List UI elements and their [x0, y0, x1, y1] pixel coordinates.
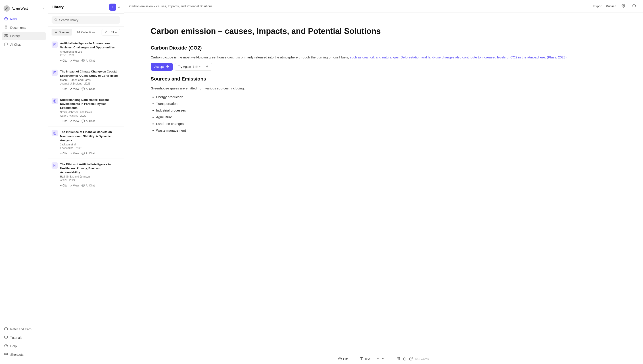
main-content: Carbon emission – causes, Impacts, and P… — [124, 0, 643, 364]
view-arrow-icon: ↗ — [70, 59, 72, 62]
view-button[interactable]: ↗ View — [70, 152, 79, 155]
sidebar-item-library-label: Library — [10, 34, 20, 38]
accept-arrow-icon — [166, 65, 169, 69]
sidebar-item-tutorials[interactable]: Tutorials — [2, 334, 46, 342]
view-button[interactable]: ↗ View — [70, 88, 79, 90]
doc-icon — [52, 98, 58, 104]
text-style-toggle[interactable] — [376, 357, 386, 361]
library-title: Library — [52, 5, 64, 9]
gear-icon — [621, 4, 625, 8]
list-item: Transportation — [156, 100, 616, 107]
view-button[interactable]: ↗ View — [70, 120, 79, 123]
svg-point-50 — [623, 5, 624, 6]
chevron-up-down-icon — [377, 357, 385, 361]
svg-rect-11 — [6, 36, 7, 37]
ai-chat-button[interactable]: 💬 AI Chat — [82, 152, 95, 155]
list-item[interactable]: The Influence of Financial Markets on Ma… — [48, 126, 124, 159]
list-item[interactable]: The Impact of Climate Change on Coastal … — [48, 66, 124, 94]
svg-point-24 — [55, 18, 57, 20]
cite-toolbar-button[interactable]: Cite — [338, 357, 349, 361]
search-input[interactable] — [59, 18, 117, 22]
tab-collections[interactable]: Collections — [74, 29, 99, 36]
item-author: Smith, Johnson, and Davis — [60, 111, 120, 114]
user-name: Adam West — [12, 7, 41, 10]
cite-button[interactable]: + Cite — [60, 59, 67, 62]
ai-chat-button[interactable]: 💬 AI Chat — [82, 88, 95, 90]
table-insert-button[interactable] — [397, 357, 400, 361]
ai-chat-button[interactable]: 💬 AI Chat — [82, 120, 95, 123]
collections-tab-icon — [77, 30, 80, 34]
cite-plus-icon: + — [60, 59, 62, 62]
cite-plus-icon: + — [60, 184, 62, 187]
bottom-toolbar: Cite Text — [124, 354, 643, 364]
chat-bubble-icon: 💬 — [82, 59, 85, 62]
text-format-button[interactable]: Text — [360, 357, 370, 361]
text-format-icon — [360, 357, 363, 361]
sidebar-item-new[interactable]: New — [2, 15, 46, 23]
chat-icon — [4, 42, 8, 47]
svg-rect-18 — [5, 353, 7, 355]
cite-button[interactable]: + Cite — [60, 152, 67, 155]
view-arrow-icon: ↗ — [70, 184, 72, 187]
inline-citation[interactable]: such as coal, oil, and natural gas. Defo… — [350, 55, 567, 59]
list-item[interactable]: The Ethics of Artificial Intelligence in… — [48, 159, 124, 191]
publish-button[interactable]: Publish — [606, 4, 616, 8]
view-button[interactable]: ↗ View — [70, 59, 79, 62]
item-title: Understanding Dark Matter: Recent Develo… — [60, 98, 120, 110]
settings-button[interactable] — [620, 3, 627, 10]
collapse-library-button[interactable]: « — [118, 5, 120, 9]
document-title: Carbon emission – causes, Impacts, and P… — [151, 26, 616, 36]
redo-button[interactable] — [409, 357, 413, 361]
accept-label: Accept — [154, 65, 164, 68]
sidebar-item-ai-chat[interactable]: AI Chat — [2, 40, 46, 48]
text-format-label: Text — [365, 357, 370, 361]
sidebar-item-ai-chat-label: AI Chat — [10, 43, 21, 46]
chat-bubble-icon: 💬 — [82, 184, 85, 187]
toolbar-right-section: 659 words — [397, 357, 429, 361]
sidebar-item-library[interactable]: Library — [2, 32, 46, 40]
keyboard-icon — [4, 352, 8, 357]
cite-button[interactable]: + Cite — [60, 120, 67, 123]
ai-chat-button[interactable]: 💬 AI Chat — [82, 184, 95, 187]
accept-button[interactable]: Accept — [151, 63, 173, 71]
library-tabs: Sources Collections + Filter — [48, 26, 124, 38]
undo-button[interactable] — [403, 357, 406, 361]
section-heading-emissions: Sources and Emissions — [151, 76, 616, 82]
sidebar-item-help[interactable]: Help — [2, 342, 46, 350]
sidebar-user[interactable]: Adam West « — [0, 4, 48, 15]
view-arrow-icon: ↗ — [70, 120, 72, 123]
help-icon — [4, 344, 8, 348]
item-actions: + Cite ↗ View 💬 AI Chat — [60, 120, 120, 123]
ai-chat-button[interactable]: 💬 AI Chat — [82, 59, 95, 62]
sidebar-item-shortcuts[interactable]: Shortcuts — [2, 350, 46, 359]
tab-sources[interactable]: Sources — [52, 29, 72, 36]
add-source-button[interactable]: + — [109, 4, 116, 11]
cite-button[interactable]: + Cite — [60, 184, 67, 187]
library-icon — [4, 34, 8, 38]
sidebar-bottom: Refer and Earn Tutorials Help — [0, 324, 48, 360]
export-button[interactable]: Export — [593, 4, 602, 8]
tutorials-icon — [4, 336, 8, 340]
sidebar-item-documents[interactable]: Documents — [2, 24, 46, 32]
history-button[interactable] — [630, 3, 638, 10]
view-button[interactable]: ↗ View — [70, 184, 79, 187]
list-item[interactable]: Artificial Intelligence in Autonomous Ve… — [48, 38, 124, 66]
filter-icon — [105, 30, 107, 34]
try-again-button[interactable]: Try Again Shift + → — [175, 63, 212, 71]
filter-button[interactable]: + Filter — [102, 29, 120, 36]
item-author: Moore, Turner, and Harris — [60, 78, 120, 82]
cite-toolbar-label: Cite — [343, 357, 349, 361]
emissions-intro: Greenhouse gases are emitted from variou… — [151, 86, 616, 91]
sidebar-item-help-label: Help — [10, 344, 17, 348]
sidebar-item-refer-label: Refer and Earn — [10, 328, 32, 331]
keyboard-shortcut: Shift + → — [193, 65, 204, 68]
list-item[interactable]: Understanding Dark Matter: Recent Develo… — [48, 94, 124, 127]
doc-icon — [52, 42, 58, 48]
cite-button[interactable]: + Cite — [60, 88, 67, 90]
sidebar-item-refer[interactable]: Refer and Earn — [2, 325, 46, 333]
chevron-left-icon: « — [118, 5, 120, 9]
chat-bubble-icon: 💬 — [82, 152, 85, 155]
document-icon — [4, 26, 8, 30]
view-arrow-icon: ↗ — [70, 152, 72, 155]
emissions-list: Energy production Transportation Industr… — [151, 94, 616, 134]
